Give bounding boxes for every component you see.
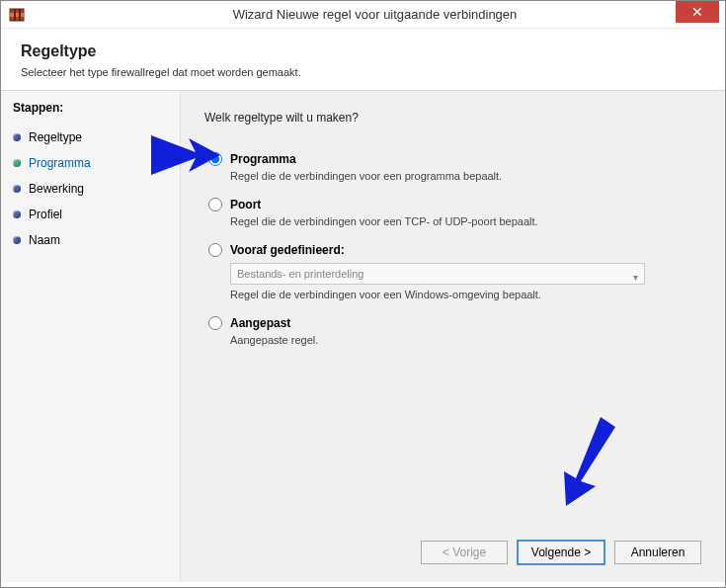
option-title: Poort	[230, 198, 261, 211]
sidebar-title: Stappen:	[13, 101, 168, 115]
step-label: Programma	[29, 156, 91, 170]
main-panel: Welk regeltype wilt u maken? Programma R…	[181, 91, 725, 582]
option-title: Vooraf gedefinieerd:	[230, 243, 345, 257]
option-desc: Regel die de verbindingen voor een progr…	[230, 170, 701, 182]
option-desc: Regel die de verbindingen voor een Windo…	[230, 289, 701, 300]
step-label: Profiel	[29, 208, 62, 221]
chevron-down-icon: ▾	[633, 268, 638, 288]
option-desc: Aangepaste regel.	[230, 334, 701, 346]
svg-rect-3	[19, 9, 21, 21]
svg-marker-5	[564, 417, 615, 506]
sidebar: Stappen: Regeltype Programma Bewerking P…	[1, 91, 181, 582]
question-text: Welk regeltype wilt u maken?	[204, 111, 701, 125]
close-button[interactable]: ✕	[676, 1, 719, 23]
header: Regeltype Selecteer het type firewallreg…	[1, 29, 725, 91]
firewall-icon	[9, 7, 25, 23]
step-programma[interactable]: Programma	[13, 152, 168, 178]
option-vooraf: Vooraf gedefinieerd: Bestands- en printe…	[204, 243, 701, 300]
close-icon: ✕	[691, 4, 703, 20]
page-title: Regeltype	[21, 42, 705, 60]
predefined-select[interactable]: Bestands- en printerdeling ▾	[230, 263, 645, 285]
annotation-arrow-bottom	[546, 417, 615, 506]
window-title: Wizard Nieuwe regel voor uitgaande verbi…	[25, 7, 725, 22]
titlebar: Wizard Nieuwe regel voor uitgaande verbi…	[1, 1, 725, 29]
svg-rect-1	[10, 13, 24, 17]
wizard-window: Wizard Nieuwe regel voor uitgaande verbi…	[0, 0, 726, 588]
step-label: Bewerking	[29, 182, 84, 196]
radio-aangepast[interactable]	[208, 316, 222, 330]
step-regeltype[interactable]: Regeltype	[13, 126, 168, 152]
step-naam[interactable]: Naam	[13, 229, 168, 255]
bullet-icon	[13, 133, 21, 141]
select-value: Bestands- en printerdeling	[237, 268, 363, 280]
next-button[interactable]: Volgende >	[518, 541, 605, 564]
bullet-icon	[13, 236, 21, 244]
option-poort: Poort Regel die de verbindingen voor een…	[204, 198, 701, 227]
step-bewerking[interactable]: Bewerking	[13, 178, 168, 204]
bullet-icon	[13, 159, 21, 167]
svg-rect-2	[14, 9, 16, 21]
option-aangepast: Aangepast Aangepaste regel.	[204, 316, 701, 346]
back-button: < Vorige	[421, 541, 508, 564]
radio-programma[interactable]	[208, 152, 222, 166]
option-title: Programma	[230, 152, 296, 166]
radio-row-vooraf[interactable]: Vooraf gedefinieerd:	[208, 243, 701, 257]
step-profiel[interactable]: Profiel	[13, 204, 168, 229]
step-label: Naam	[29, 233, 60, 247]
option-programma: Programma Regel die de verbindingen voor…	[204, 152, 701, 182]
bullet-icon	[13, 210, 21, 218]
step-label: Regeltype	[29, 130, 82, 144]
option-desc: Regel die de verbindingen voor een TCP- …	[230, 215, 701, 227]
radio-row-programma[interactable]: Programma	[208, 152, 701, 166]
option-title: Aangepast	[230, 316, 290, 330]
radio-row-poort[interactable]: Poort	[208, 198, 701, 211]
cancel-button[interactable]: Annuleren	[614, 541, 701, 564]
bullet-icon	[13, 185, 21, 193]
radio-vooraf[interactable]	[208, 243, 222, 257]
page-subtitle: Selecteer het type firewallregel dat moe…	[21, 66, 705, 78]
body: Stappen: Regeltype Programma Bewerking P…	[1, 91, 725, 582]
radio-row-aangepast[interactable]: Aangepast	[208, 316, 701, 330]
footer-buttons: < Vorige Volgende > Annuleren	[421, 541, 701, 564]
radio-poort[interactable]	[208, 198, 222, 211]
